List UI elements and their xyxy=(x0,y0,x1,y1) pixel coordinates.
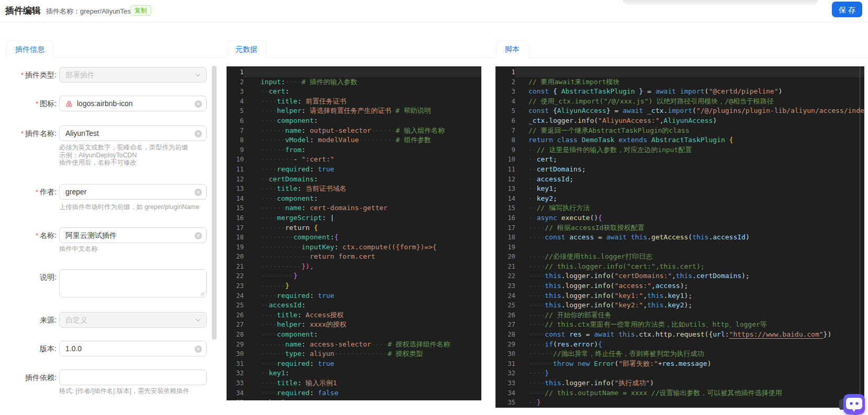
line-content: ······vModel: modelValue·········# 组件参数 xyxy=(244,135,481,145)
title-input[interactable]: 阿里云测试插件✕ xyxy=(59,227,207,243)
label-plugin-type: *插件类型: xyxy=(5,67,57,83)
form-row-description: 说明: xyxy=(5,269,218,285)
line-number: 29 xyxy=(495,340,515,350)
plugin-icon-value: logos:airbnb-icon xyxy=(77,96,133,111)
line-number: 6 xyxy=(495,116,515,126)
code-line: 19··········inputKey: ctx.compute(({form… xyxy=(227,243,481,252)
save-button[interactable]: 保存 xyxy=(832,2,862,17)
line-content: ····// this.ctx里面有一些常用的方法类，比如utils、http、… xyxy=(515,320,864,330)
line-number: 20 xyxy=(495,252,515,262)
line-number: 31 xyxy=(495,359,515,369)
metadata-code-editor[interactable]: 12input:····# 插件的输入参数3··cert:4····title:… xyxy=(227,66,481,400)
code-line: 4// 使用_ctx.import("/@/xxx.js") 以绝对路径引用模块… xyxy=(495,97,864,107)
line-number: 15 xyxy=(495,203,515,213)
line-number: 27 xyxy=(227,320,244,330)
line-number: 16 xyxy=(227,213,244,223)
line-number: 10 xyxy=(227,155,244,165)
origin-select: 自定义 xyxy=(59,312,207,328)
line-content: ······type: aliyun·············# 授权类型 xyxy=(244,349,481,359)
line-content: ····title: 前置任务证书 xyxy=(244,97,481,107)
line-content: ····if(res.error){ xyxy=(515,340,864,350)
code-line: 1 xyxy=(495,67,864,77)
line-number: 35 xyxy=(227,398,244,400)
code-line: 22········} xyxy=(227,271,481,281)
clear-icon[interactable]: ✕ xyxy=(195,130,202,137)
dependencies-input[interactable] xyxy=(59,370,207,385)
clear-icon[interactable]: ✕ xyxy=(195,189,202,196)
line-number: 18 xyxy=(227,233,244,243)
line-number: 7 xyxy=(227,126,244,136)
line-number: 31 xyxy=(227,359,244,369)
version-value: 1.0.0 xyxy=(65,341,82,356)
form-row-origin: 来源:自定义 xyxy=(5,312,218,328)
line-content: ··cert: xyxy=(244,87,481,97)
code-line: 7// 要返回一个继承AbstractTaskPlugin的class xyxy=(495,126,864,136)
copy-button[interactable]: 复制 xyxy=(130,5,151,16)
line-number: 25 xyxy=(495,301,515,310)
plugin-name-input[interactable]: AliyunTest✕ xyxy=(59,125,207,141)
script-panel: 脚本 12// 要用await来import模块3const { Abstrac… xyxy=(486,36,868,409)
code-line: 21··········}), xyxy=(227,262,481,272)
code-line: 11··certDomains; xyxy=(495,165,864,175)
script-tabbar: 脚本 xyxy=(486,36,868,58)
line-number: 27 xyxy=(495,320,515,330)
code-line: 31····required: true xyxy=(227,359,481,369)
plugin-name: 插件名称：greper/AliyunTest xyxy=(46,7,132,16)
form-scrollbar-thumb[interactable] xyxy=(212,66,217,340)
line-content: ······name: output-selector······# 输入组件名… xyxy=(244,126,481,136)
line-number: 11 xyxy=(495,165,515,175)
line-content: ··········inputKey: ctx.compute(({form})… xyxy=(244,243,481,252)
code-line: 30······type: aliyun·············# 授权类型 xyxy=(227,349,481,359)
line-number: 2 xyxy=(227,77,244,87)
line-number: 17 xyxy=(495,223,515,233)
line-content: ····component: xyxy=(244,116,481,126)
line-number: 8 xyxy=(227,135,244,145)
author-input[interactable]: greper✕ xyxy=(59,184,207,200)
clear-icon[interactable]: ✕ xyxy=(195,232,202,239)
code-line: 10··cert; xyxy=(495,155,864,165)
code-line: 14··key2; xyxy=(495,194,864,204)
line-number: 24 xyxy=(227,291,244,301)
tab-script[interactable]: 脚本 xyxy=(496,40,528,58)
code-line: 34····required: false xyxy=(227,388,481,398)
description-textarea[interactable] xyxy=(59,269,207,297)
line-number: 16 xyxy=(495,213,515,223)
line-number: 9 xyxy=(227,145,244,155)
chat-robot-button[interactable] xyxy=(843,394,865,414)
editor-scrollbar-ruler[interactable] xyxy=(860,66,860,408)
code-line: 33····this.logger.info("执行成功") xyxy=(495,378,864,388)
line-content: ··certDomains: xyxy=(244,175,481,185)
line-content: ····title: Access授权 xyxy=(244,310,481,320)
code-line: 25··accessId: xyxy=(227,301,481,310)
tab-metadata[interactable]: 元数据 xyxy=(227,40,266,58)
plugin-name-value: greper/AliyunTest xyxy=(80,7,132,15)
line-content: ··} xyxy=(515,398,864,408)
clear-icon[interactable]: ✕ xyxy=(195,100,202,108)
line-content: ··certDomains; xyxy=(515,165,864,175)
label-version: 版本: xyxy=(5,341,57,356)
line-content: // 要返回一个继承AbstractTaskPlugin的class xyxy=(515,126,864,136)
line-number: 13 xyxy=(227,184,244,194)
plugin-icon-input[interactable]: logos:airbnb-icon✕ xyxy=(59,96,207,111)
line-number: 14 xyxy=(495,194,515,204)
line-content: ··key1; xyxy=(515,184,864,194)
line-content: ····this.logger.info("执行成功") xyxy=(515,378,864,388)
line-content: ····this.logger.info("certDomains:",this… xyxy=(515,271,864,281)
code-line: 25····this.logger.info("key2:",this.key2… xyxy=(495,301,864,310)
code-line: 32····} xyxy=(495,368,864,378)
line-number: 15 xyxy=(227,203,244,213)
required-asterisk: * xyxy=(36,188,38,196)
resize-grip-icon[interactable] xyxy=(200,291,205,295)
title-value: 阿里云测试插件 xyxy=(65,228,117,243)
plugin-type-select: 部署插件 xyxy=(59,67,207,83)
code-line: 17····// 根据accessId获取授权配置 xyxy=(495,223,864,233)
clear-icon[interactable]: ✕ xyxy=(195,345,202,353)
code-line: 8······vModel: modelValue·········# 组件参数 xyxy=(227,135,481,145)
line-number: 11 xyxy=(227,165,244,175)
line-number: 35 xyxy=(495,398,515,408)
form-row-version: 版本:1.0.0✕ xyxy=(5,341,218,356)
script-code-editor[interactable]: 12// 要用await来import模块3const { AbstractTa… xyxy=(495,66,864,408)
version-input[interactable]: 1.0.0✕ xyxy=(59,341,207,356)
metadata-code: 12input:····# 插件的输入参数3··cert:4····title:… xyxy=(227,66,481,400)
form-row-dependencies: 插件依赖: xyxy=(5,370,218,385)
